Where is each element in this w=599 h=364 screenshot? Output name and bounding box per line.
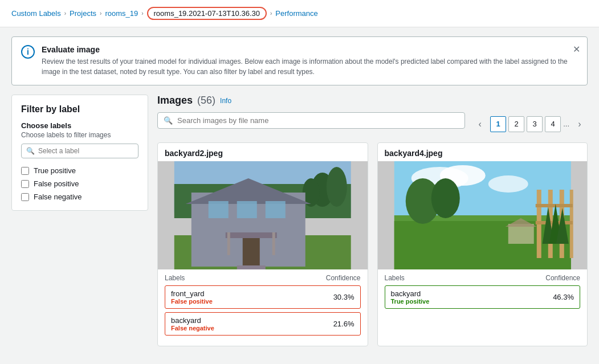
filter-choose-sub: Choose labels to filter images — [21, 131, 138, 139]
false-negative-label: False negative — [34, 193, 82, 201]
breadcrumb-performance[interactable]: Performance — [275, 9, 317, 18]
filter-sidebar: Filter by label Choose labels Choose lab… — [11, 95, 148, 211]
banner-close-button[interactable]: ✕ — [573, 44, 580, 55]
svg-rect-21 — [394, 221, 571, 269]
svg-rect-10 — [266, 201, 286, 218]
label-name-backyard-fn: backyard — [171, 316, 322, 325]
filter-checkboxes: True positive False positive False negat… — [21, 166, 138, 201]
label-confidence-front-yard: 30.3% — [328, 289, 360, 305]
page-1-button[interactable]: 1 — [490, 116, 506, 132]
filter-true-positive[interactable]: True positive — [21, 166, 138, 175]
label-header-backyard2: Labels Confidence — [165, 274, 361, 282]
label-confidence-backyard-fn: 21.6% — [328, 316, 360, 332]
labels-col-header-4: Labels — [385, 274, 405, 282]
label-name-backyard-tp: backyard — [391, 289, 542, 298]
label-type-front-yard: False positive — [171, 298, 322, 305]
breadcrumb-sep-3: › — [141, 10, 143, 17]
label-header-backyard4: Labels Confidence — [385, 274, 581, 282]
breadcrumb-projects[interactable]: Projects — [70, 9, 96, 18]
label-type-backyard-fn: False negative — [171, 325, 322, 332]
true-positive-label: True positive — [34, 166, 76, 175]
breadcrumb-rooms19[interactable]: rooms_19 — [105, 9, 138, 18]
label-search-input[interactable] — [38, 147, 133, 155]
breadcrumb-current[interactable]: rooms_19.2021-07-13T10.36.30 — [147, 7, 267, 20]
pagination-ellipsis: ... — [563, 120, 569, 128]
main-layout: Filter by label Choose labels Choose lab… — [0, 95, 599, 358]
svg-rect-8 — [209, 201, 229, 218]
svg-rect-26 — [535, 204, 572, 207]
svg-rect-14 — [272, 232, 275, 255]
images-panel: Images (56) Info 🔍 ‹ 1 2 3 4 ... › — [157, 95, 588, 346]
image-card-backyard2-labels: Labels Confidence front_yard False posit… — [158, 269, 368, 346]
label-confidence-backyard-tp: 46.3% — [547, 289, 580, 305]
breadcrumb: Custom Labels › Projects › rooms_19 › ro… — [0, 0, 599, 27]
next-page-button[interactable]: › — [572, 116, 588, 132]
svg-point-19 — [488, 175, 528, 193]
false-positive-label: False positive — [34, 179, 79, 188]
label-search-container: 🔍 — [21, 144, 138, 158]
filter-false-positive[interactable]: False positive — [21, 179, 138, 188]
image-card-backyard4-title: backyard4.jpeg — [378, 143, 588, 161]
filter-title: Filter by label — [21, 104, 138, 114]
page-3-button[interactable]: 3 — [527, 116, 543, 132]
images-header: Images (56) Info — [157, 95, 588, 107]
label-type-backyard-tp: True positive — [391, 298, 542, 305]
false-positive-checkbox[interactable] — [21, 180, 29, 188]
label-cell-backyard-fn: backyard False negative — [165, 313, 328, 335]
banner-title: Evaluate image — [42, 45, 578, 54]
svg-rect-9 — [237, 201, 257, 218]
image-backyard2-preview — [158, 161, 368, 269]
breadcrumb-sep-2: › — [100, 10, 101, 17]
image-search-input[interactable] — [177, 116, 459, 125]
svg-rect-33 — [508, 224, 533, 244]
info-banner: i Evaluate image Review the test results… — [11, 36, 588, 85]
svg-point-3 — [327, 167, 347, 207]
svg-rect-12 — [226, 232, 277, 238]
prev-page-button[interactable]: ‹ — [472, 116, 488, 132]
images-title: Images — [157, 95, 193, 107]
image-card-backyard4: backyard4.jpeg — [377, 142, 588, 346]
true-positive-checkbox[interactable] — [21, 167, 29, 175]
image-backyard4-preview — [378, 161, 588, 269]
image-card-backyard2: backyard2.jpeg — [157, 142, 368, 346]
svg-rect-13 — [227, 232, 230, 255]
breadcrumb-custom-labels[interactable]: Custom Labels — [11, 9, 61, 18]
filter-choose-labels: Choose labels — [21, 121, 138, 130]
images-count: (56) — [197, 95, 215, 107]
image-grid: backyard2.jpeg — [157, 142, 588, 346]
image-search-icon: 🔍 — [164, 116, 173, 125]
search-pagination-row: 🔍 ‹ 1 2 3 4 ... › — [157, 112, 588, 136]
false-negative-checkbox[interactable] — [21, 193, 29, 201]
label-row-front-yard: front_yard False positive 30.3% — [165, 285, 361, 309]
label-row-backyard-fn: backyard False negative 21.6% — [165, 312, 361, 336]
label-cell-backyard-tp: backyard True positive — [385, 286, 548, 308]
breadcrumb-sep-1: › — [64, 10, 66, 17]
pagination: ‹ 1 2 3 4 ... › — [472, 116, 588, 132]
svg-rect-15 — [237, 265, 266, 269]
image-card-backyard2-title: backyard2.jpeg — [158, 143, 368, 161]
label-search-icon: 🔍 — [26, 147, 35, 155]
label-name-front-yard: front_yard — [171, 289, 322, 298]
filter-false-negative[interactable]: False negative — [21, 193, 138, 201]
info-icon: i — [21, 45, 35, 59]
image-card-backyard4-labels: Labels Confidence backyard True positive… — [378, 269, 588, 319]
banner-text: Review the test results of your trained … — [42, 56, 578, 77]
svg-rect-11 — [243, 235, 260, 267]
images-info-link[interactable]: Info — [220, 97, 231, 105]
confidence-col-header: Confidence — [326, 274, 361, 282]
label-row-backyard-tp: backyard True positive 46.3% — [385, 285, 581, 309]
breadcrumb-sep-4: › — [270, 10, 272, 17]
label-cell-front-yard: front_yard False positive — [165, 286, 328, 308]
image-search-bar: 🔍 — [157, 112, 465, 129]
svg-point-32 — [431, 178, 459, 218]
page-4-button[interactable]: 4 — [545, 116, 561, 132]
labels-col-header: Labels — [165, 274, 185, 282]
page-2-button[interactable]: 2 — [508, 116, 524, 132]
confidence-col-header-4: Confidence — [545, 274, 580, 282]
